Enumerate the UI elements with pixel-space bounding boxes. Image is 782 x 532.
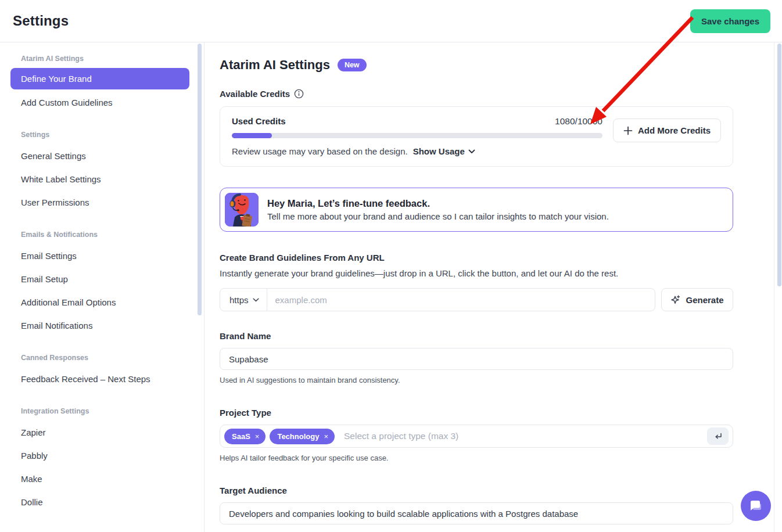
settings-sidebar: Atarim AI SettingsDefine Your BrandAdd C… <box>0 42 205 532</box>
project-type-tag[interactable]: SaaS× <box>224 429 266 444</box>
main-panel: Atarim AI Settings New Available Credits… <box>205 42 782 532</box>
credits-progress-fill <box>232 133 272 138</box>
credits-progress-bar <box>232 133 602 138</box>
sidebar-section-label: Settings <box>10 131 189 139</box>
project-type-label: Project Type <box>220 408 733 418</box>
remove-tag-icon[interactable]: × <box>324 432 328 441</box>
sidebar-item-add-custom-guidelines[interactable]: Add Custom Guidelines <box>10 91 189 114</box>
sidebar-item-email-notifications[interactable]: Email Notifications <box>10 314 189 337</box>
brand-name-input[interactable] <box>220 348 733 370</box>
top-header: Settings Save changes <box>0 0 782 42</box>
sidebar-item-additional-email-options[interactable]: Additional Email Options <box>10 290 189 314</box>
sidebar-item-feedback-received-next-steps[interactable]: Feedback Received – Next Steps <box>10 367 189 390</box>
brand-name-section: Brand Name Used in AI suggestions to mai… <box>220 331 733 384</box>
chevron-down-icon <box>468 149 475 154</box>
sidebar-item-email-settings[interactable]: Email Settings <box>10 244 189 267</box>
enter-key-button[interactable] <box>707 427 729 445</box>
banner-title: Hey Maria, Let’s fine-tune feedback. <box>267 198 609 209</box>
sidebar-item-dollie[interactable]: Dollie <box>10 490 189 513</box>
chat-launcher-button[interactable] <box>741 491 771 521</box>
protocol-dropdown[interactable]: https <box>220 289 267 311</box>
sidebar-section-label: Canned Responses <box>10 354 189 362</box>
sidebar-nav: Atarim AI SettingsDefine Your BrandAdd C… <box>10 55 189 513</box>
project-type-placeholder: Select a project type (max 3) <box>344 431 703 441</box>
tag-label: Technology <box>277 432 319 441</box>
info-icon[interactable] <box>294 89 304 99</box>
sidebar-item-define-your-brand[interactable]: Define Your Brand <box>10 68 189 89</box>
project-type-field[interactable]: SaaS×Technology× Select a project type (… <box>220 425 733 448</box>
brand-name-helper: Used in AI suggestions to maintain brand… <box>220 376 733 384</box>
page-scrollbar-track <box>774 42 774 532</box>
project-type-section: Project Type SaaS×Technology× Select a p… <box>220 408 733 462</box>
sparkle-icon <box>670 294 681 305</box>
sidebar-item-make[interactable]: Make <box>10 467 189 490</box>
add-more-credits-button[interactable]: Add More Credits <box>613 118 721 142</box>
ai-assistant-banner: Hey Maria, Let’s fine-tune feedback. Tel… <box>220 188 733 232</box>
sidebar-section-label: Atarim AI Settings <box>10 55 189 63</box>
save-changes-button[interactable]: Save changes <box>690 9 770 33</box>
sidebar-item-zapier[interactable]: Zapier <box>10 420 189 444</box>
url-guidelines-section: Create Brand Guidelines From Any URL Ins… <box>220 253 733 311</box>
page-title: Settings <box>13 13 69 29</box>
new-badge: New <box>338 59 367 72</box>
enter-icon <box>713 432 723 440</box>
remove-tag-icon[interactable]: × <box>255 432 260 441</box>
url-field: https <box>220 288 655 311</box>
sidebar-item-pabbly[interactable]: Pabbly <box>10 444 189 467</box>
sidebar-item-general-settings[interactable]: General Settings <box>10 144 189 167</box>
show-usage-toggle[interactable]: Show Usage <box>413 146 475 156</box>
target-audience-section: Target Audience AI adapts recommendation… <box>220 486 733 532</box>
sidebar-item-white-label-settings[interactable]: White Label Settings <box>10 167 189 190</box>
available-credits-label: Available Credits <box>220 89 733 99</box>
plus-icon <box>623 126 633 135</box>
banner-subtitle: Tell me more about your brand and audien… <box>267 211 609 221</box>
sidebar-section-label: Emails & Notifications <box>10 231 189 239</box>
chat-bubble-icon <box>748 498 763 513</box>
credits-card: Used Credits 1080/10000 Review usage may… <box>220 106 733 167</box>
section-title: Atarim AI Settings <box>220 57 330 73</box>
sidebar-section-label: Integration Settings <box>10 407 189 415</box>
page-scrollbar[interactable] <box>777 44 781 286</box>
project-type-helper: Helps AI tailor feedback for your specif… <box>220 454 733 462</box>
chevron-down-icon <box>253 298 259 302</box>
sidebar-item-email-setup[interactable]: Email Setup <box>10 267 189 290</box>
url-section-description: Instantly generate your brand guidelines… <box>220 268 733 278</box>
project-type-tags: SaaS×Technology× <box>224 429 335 444</box>
credits-note: Review usage may vary based on the desig… <box>232 146 602 156</box>
ai-assistant-avatar <box>225 193 259 227</box>
sidebar-item-user-permissions[interactable]: User Permissions <box>10 190 189 214</box>
sidebar-scrollbar[interactable] <box>198 44 202 315</box>
url-input[interactable] <box>267 295 655 305</box>
used-credits-label: Used Credits <box>232 116 286 126</box>
url-section-title: Create Brand Guidelines From Any URL <box>220 253 733 263</box>
project-type-tag[interactable]: Technology× <box>270 429 335 444</box>
section-title-row: Atarim AI Settings New <box>220 57 733 73</box>
target-audience-label: Target Audience <box>220 486 733 495</box>
generate-button[interactable]: Generate <box>661 288 733 311</box>
target-audience-input[interactable] <box>220 502 733 524</box>
credits-usage-count: 1080/10000 <box>555 116 602 127</box>
brand-name-label: Brand Name <box>220 331 733 341</box>
tag-label: SaaS <box>232 432 250 441</box>
